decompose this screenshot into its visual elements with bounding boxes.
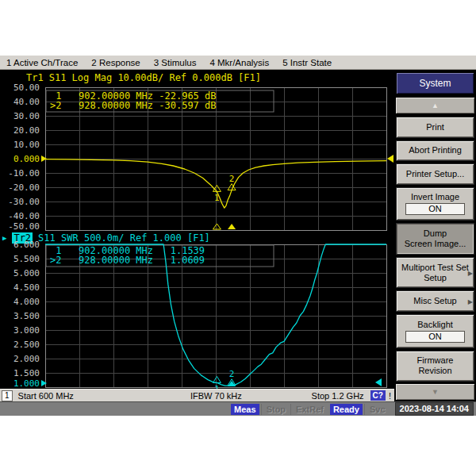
datetime-display: 2023-08-14 14:04 <box>395 402 474 416</box>
scroll-up-icon: ▲ <box>432 102 439 109</box>
submenu-arrow-icon: ▶ <box>468 267 473 278</box>
y-axis-label: 1.000 <box>13 378 40 389</box>
correction-badge: C? <box>370 390 386 401</box>
menu-bar: 1 Active Ch/Trace 2 Response 3 Stimulus … <box>0 56 476 70</box>
scroll-down-icon: ▼ <box>432 388 439 396</box>
start-frequency: Start 600 MHz <box>18 391 74 401</box>
ifbw-readout: IFBW 70 kHz <box>190 391 242 401</box>
softkey-label: Printer Setup... <box>406 169 464 179</box>
status-meas: Meas <box>231 404 259 415</box>
y-axis-label: 3.000 <box>13 325 40 336</box>
menu-active-ch-trace[interactable]: 1 Active Ch/Trace <box>6 58 78 67</box>
ref-level-arrow-left <box>41 380 47 386</box>
softkey-label: Misc Setup <box>413 296 456 306</box>
ref-level-arrow-right <box>375 378 382 386</box>
y-axis-label: 30.00 <box>13 111 40 121</box>
menu-instr-state[interactable]: 5 Instr State <box>282 58 332 67</box>
graph-area: Tr1 S11 Log Mag 10.00dB/ Ref 0.000dB [F1… <box>0 70 394 389</box>
softkey-label: Revision <box>418 366 451 376</box>
softkey-list: PrintAbort PrintingPrinter Setup...Inver… <box>396 117 474 384</box>
softkey-label: Invert Image <box>411 192 459 202</box>
status-extref: ExtRef <box>290 404 328 415</box>
menu-stimulus[interactable]: 3 Stimulus <box>154 58 197 67</box>
stimulus-bar: 1 Start 600 MHz IFBW 70 kHz Stop 1.2 GHz… <box>0 389 394 401</box>
softkey-toggle-value: ON <box>405 203 466 215</box>
y-axis-label: 10.00 <box>13 140 40 150</box>
menu-response[interactable]: 2 Response <box>91 58 140 67</box>
y-axis-label: 2.500 <box>13 340 40 350</box>
y-axis-label: -40.00 <box>8 211 40 221</box>
softkey-menu-title: System <box>396 72 474 94</box>
softkey-misc-setup[interactable]: Misc Setup▶ <box>396 290 474 312</box>
y-axis-label: 20.00 <box>13 125 40 136</box>
marker-stimulus-indicator <box>213 224 221 229</box>
marker-symbol <box>213 376 221 382</box>
marker-readout-row: >2 928.00000 MHz 1.0609 <box>50 255 205 266</box>
log-mag-chart: 50.0040.0030.0020.0010.000.000-10.00-20.… <box>0 70 394 232</box>
y-axis-label: 5.000 <box>13 268 40 278</box>
marker-number: 2 <box>229 174 235 184</box>
softkey-label: Print <box>426 122 444 132</box>
alert-indicator: ! <box>389 391 391 401</box>
softkey-backlight[interactable]: BacklightON <box>396 314 474 348</box>
y-axis-label: 50.00 <box>13 83 40 93</box>
softkey-label: Setup <box>424 273 447 283</box>
y-axis-label: 4.500 <box>13 282 40 293</box>
menu-mkr-analysis[interactable]: 4 Mkr/Analysis <box>209 58 269 67</box>
softkey-invert-image[interactable]: Invert ImageON <box>396 187 474 221</box>
submenu-arrow-icon: ▶ <box>468 296 473 306</box>
y-axis-label: 5.500 <box>13 254 40 264</box>
stop-frequency: Stop 1.2 GHz <box>312 391 364 401</box>
softkey-toggle-value: ON <box>405 331 466 343</box>
status-stop: Stop <box>261 404 290 415</box>
marker-number: 2 <box>229 369 235 379</box>
y-axis-label: 40.00 <box>13 97 40 107</box>
softkey-menu: System ▲ PrintAbort PrintingPrinter Setu… <box>394 70 476 401</box>
y-axis-label: 4.000 <box>13 297 40 307</box>
status-indicators: MeasStopExtRefReadySvc <box>229 404 390 415</box>
y-axis-label: -50.00 <box>8 221 40 232</box>
softkey-printer-setup[interactable]: Printer Setup... <box>396 163 474 185</box>
y-axis-label: 3.500 <box>13 311 40 321</box>
swr-chart: 6.0005.5005.0004.5004.0003.5003.0002.500… <box>0 232 394 389</box>
marker-number: 1 <box>214 193 220 203</box>
marker-stimulus-indicator <box>228 224 236 229</box>
softkey-label: Firmware <box>417 355 454 366</box>
channel-number: 1 <box>2 390 13 401</box>
y-axis-label: 1.500 <box>13 368 40 378</box>
softkey-multiport-test-set[interactable]: Multiport Test SetSetup▶ <box>396 257 474 289</box>
y-axis-label: -10.00 <box>8 168 40 178</box>
softkey-label: Abort Printing <box>409 145 462 155</box>
y-axis-label: 2.000 <box>13 354 40 364</box>
softkey-label: Backlight <box>417 320 453 330</box>
status-ready: Ready <box>330 404 363 415</box>
softkey-abort-printing[interactable]: Abort Printing <box>396 140 474 162</box>
softkey-print[interactable]: Print <box>396 117 474 138</box>
softkey-label: Multiport Test Set <box>401 263 469 273</box>
ref-level-arrow-right <box>387 155 393 163</box>
screen-capture: 1 Active Ch/Trace 2 Response 3 Stimulus … <box>0 0 476 476</box>
y-axis-label: -20.00 <box>8 182 40 193</box>
y-axis-label: -30.00 <box>8 197 40 207</box>
softkey-dump[interactable]: DumpScreen Image... <box>396 223 474 255</box>
marker-readout-row: >2 928.00000 MHz -30.597 dB <box>50 100 217 111</box>
status-bar: MeasStopExtRefReadySvc 2023-08-14 14:04 <box>0 401 476 416</box>
scroll-up-button[interactable]: ▲ <box>396 98 474 113</box>
y-axis-label: 6.000 <box>13 240 40 250</box>
ref-level-arrow-left <box>41 155 47 162</box>
softkey-label: Dump <box>424 228 447 239</box>
softkey-label: Screen Image... <box>405 239 466 249</box>
scroll-down-button[interactable]: ▼ <box>396 384 474 400</box>
status-svc: Svc <box>364 404 390 415</box>
y-axis-label: 0.000 <box>13 154 40 164</box>
softkey-firmware[interactable]: FirmwareRevision <box>396 351 474 382</box>
